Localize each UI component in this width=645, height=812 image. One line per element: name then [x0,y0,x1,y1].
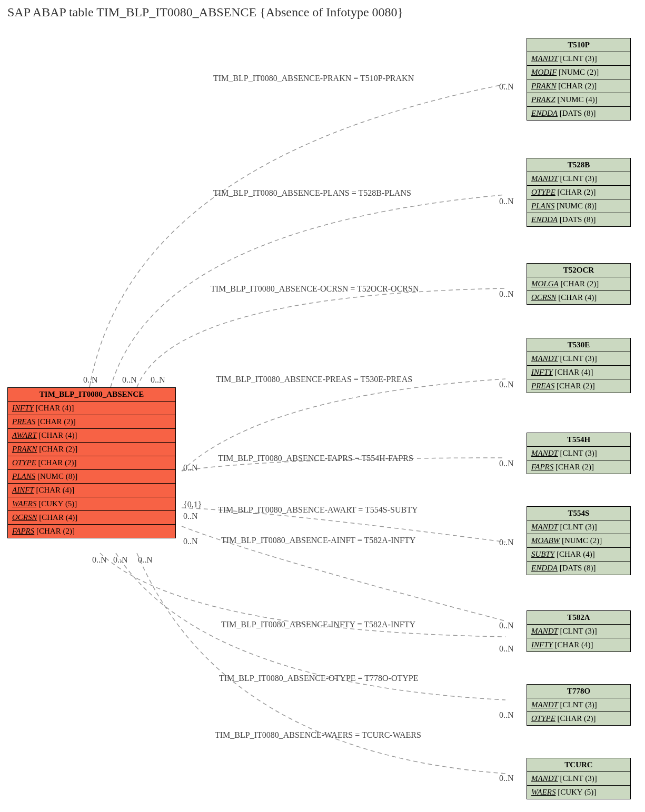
cardinality: 0..N [499,82,514,92]
table-row: OTYPE [CHAR (2)] [527,186,630,199]
table-row: PREAS [CHAR (2)] [8,415,175,429]
table-row: ENDDA [DATS (8)] [527,213,630,226]
relation-label: TIM_BLP_IT0080_ABSENCE-PLANS = T528B-PLA… [213,188,411,198]
cardinality: 0..N [499,538,514,547]
cardinality: 0..N [499,774,514,783]
cardinality: 0..N [113,555,128,565]
relation-label: TIM_BLP_IT0080_ABSENCE-AINFT = T582A-INF… [221,536,415,545]
cardinality: 0..N [183,463,198,473]
cardinality: 0..N [151,375,165,385]
table-row: MANDT [CLNT (3)] [527,172,630,186]
table-header: T778O [527,685,630,698]
table-row: MANDT [CLNT (3)] [527,772,630,786]
table-row: MOABW [NUMC (2)] [527,534,630,548]
page-title: SAP ABAP table TIM_BLP_IT0080_ABSENCE {A… [7,5,403,19]
cardinality: 0..N [83,375,98,385]
cardinality: {0,1} [183,500,202,509]
cardinality: 0..N [499,621,514,630]
relation-label: TIM_BLP_IT0080_ABSENCE-OCRSN = T52OCR-OC… [211,284,419,294]
relation-label: TIM_BLP_IT0080_ABSENCE-FAPRS = T554H-FAP… [218,454,413,463]
table-row: MANDT [CLNT (3)] [527,52,630,66]
table-row: WAERS [CUKY (5)] [8,497,175,511]
relation-label: TIM_BLP_IT0080_ABSENCE-PREAS = T530E-PRE… [216,375,412,384]
table-row: MODIF [NUMC (2)] [527,66,630,79]
table-row: WAERS [CUKY (5)] [527,786,630,799]
table-row: PREAS [CHAR (2)] [527,379,630,393]
cardinality: 0..N [499,380,514,389]
table-header: T554H [527,433,630,447]
table-row: PLANS [NUMC (8)] [527,199,630,213]
table-header: T530E [527,338,630,352]
cardinality: 0..N [183,512,198,521]
table-row: AWART [CHAR (4)] [8,429,175,443]
cardinality: 0..N [499,197,514,206]
table-main: TIM_BLP_IT0080_ABSENCE INFTY [CHAR (4)] … [7,387,176,538]
table-header: T52OCR [527,264,630,277]
relation-label: TIM_BLP_IT0080_ABSENCE-INFTY = T582A-INF… [221,620,415,629]
table-row: FAPRS [CHAR (2)] [8,525,175,538]
table-row: OCRSN [CHAR (4)] [527,291,630,304]
cardinality: 0..N [138,555,153,565]
table-row: ENDDA [DATS (8)] [527,562,630,575]
table-row: MANDT [CLNT (3)] [527,698,630,712]
table-row: FAPRS [CHAR (2)] [527,460,630,474]
table-t528b: T528B MANDT [CLNT (3)] OTYPE [CHAR (2)] … [527,158,631,227]
table-row: INFTY [CHAR (4)] [8,402,175,415]
relation-label: TIM_BLP_IT0080_ABSENCE-OTYPE = T778O-OTY… [219,674,419,683]
table-row: PRAKN [CHAR (2)] [8,443,175,456]
cardinality: 0..N [499,289,514,299]
relation-label: TIM_BLP_IT0080_ABSENCE-WAERS = TCURC-WAE… [215,730,421,740]
table-header: TCURC [527,758,630,772]
table-row: SUBTY [CHAR (4)] [527,548,630,562]
table-t52ocr: T52OCR MOLGA [CHAR (2)] OCRSN [CHAR (4)] [527,263,631,305]
table-t530e: T530E MANDT [CLNT (3)] INFTY [CHAR (4)] … [527,338,631,393]
table-row: AINFT [CHAR (4)] [8,484,175,497]
table-main-header: TIM_BLP_IT0080_ABSENCE [8,388,175,402]
table-row: ENDDA [DATS (8)] [527,107,630,120]
relation-label: TIM_BLP_IT0080_ABSENCE-AWART = T554S-SUB… [218,505,418,515]
table-row: PLANS [NUMC (8)] [8,470,175,484]
cardinality: 0..N [499,644,514,654]
relation-label: TIM_BLP_IT0080_ABSENCE-PRAKN = T510P-PRA… [213,74,414,83]
cardinality: 0..N [183,537,198,546]
table-row: PRAKN [CHAR (2)] [527,79,630,93]
table-header: T554S [527,507,630,520]
table-row: MANDT [CLNT (3)] [527,352,630,366]
cardinality: 0..N [499,459,514,468]
table-row: OCRSN [CHAR (4)] [8,511,175,525]
cardinality: 0..N [122,375,137,385]
table-header: T510P [527,38,630,52]
table-row: MANDT [CLNT (3)] [527,447,630,460]
table-header: T582A [527,611,630,625]
table-t510p: T510P MANDT [CLNT (3)] MODIF [NUMC (2)] … [527,38,631,121]
table-row: OTYPE [CHAR (2)] [8,456,175,470]
cardinality: 0..N [499,710,514,720]
table-row: MOLGA [CHAR (2)] [527,277,630,291]
table-t554s: T554S MANDT [CLNT (3)] MOABW [NUMC (2)] … [527,506,631,575]
table-header: T528B [527,158,630,172]
table-row: MANDT [CLNT (3)] [527,625,630,638]
table-row: MANDT [CLNT (3)] [527,520,630,534]
table-t778o: T778O MANDT [CLNT (3)] OTYPE [CHAR (2)] [527,684,631,726]
table-tcurc: TCURC MANDT [CLNT (3)] WAERS [CUKY (5)] [527,758,631,799]
table-t554h: T554H MANDT [CLNT (3)] FAPRS [CHAR (2)] [527,433,631,474]
table-row: INFTY [CHAR (4)] [527,366,630,379]
table-row: PRAKZ [NUMC (4)] [527,93,630,107]
table-t582a: T582A MANDT [CLNT (3)] INFTY [CHAR (4)] [527,610,631,652]
table-row: INFTY [CHAR (4)] [527,638,630,651]
cardinality: 0..N [92,555,107,565]
table-row: OTYPE [CHAR (2)] [527,712,630,725]
